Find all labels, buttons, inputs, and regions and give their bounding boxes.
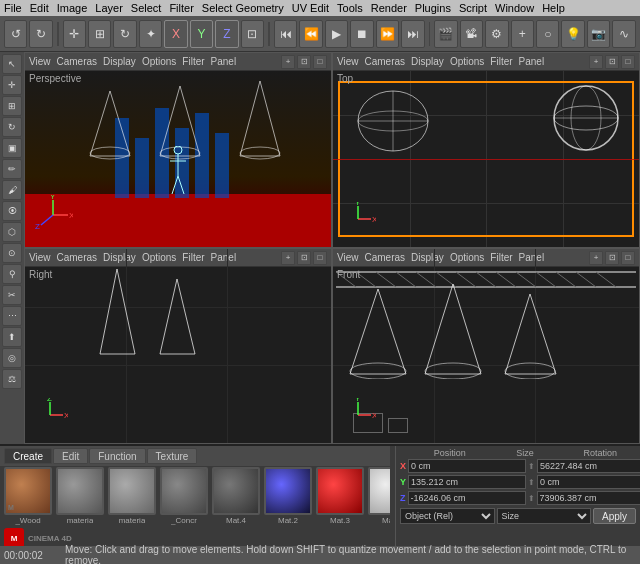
material-item-mat2-white[interactable]: Mat.2 bbox=[368, 467, 390, 525]
menu-select-geometry[interactable]: Select Geometry bbox=[202, 2, 284, 14]
vp-front-filter[interactable]: Filter bbox=[490, 252, 512, 263]
sidebar-rotate-btn[interactable]: ↻ bbox=[2, 117, 22, 137]
toolbar-move-btn[interactable]: ✛ bbox=[63, 20, 86, 48]
sidebar-move-btn[interactable]: ✛ bbox=[2, 75, 22, 95]
menu-uv-edit[interactable]: UV Edit bbox=[292, 2, 329, 14]
vp-right-ctrl-2[interactable]: ⊡ bbox=[297, 251, 311, 265]
sidebar-bridge-btn[interactable]: ⋯ bbox=[2, 306, 22, 326]
menu-layer[interactable]: Layer bbox=[95, 2, 123, 14]
toolbar-next-btn[interactable]: ⏩ bbox=[376, 20, 399, 48]
toolbar-rotate-btn[interactable]: ↻ bbox=[113, 20, 136, 48]
vp-persp-cameras[interactable]: Cameras bbox=[57, 56, 98, 67]
menu-file[interactable]: File bbox=[4, 2, 22, 14]
menu-select[interactable]: Select bbox=[131, 2, 162, 14]
material-item-mat3-red[interactable]: Mat.3 bbox=[316, 467, 364, 525]
material-swatch-2[interactable] bbox=[108, 467, 156, 515]
material-swatch-mat3-red[interactable] bbox=[316, 467, 364, 515]
toolbar-render-settings-btn[interactable]: ⚙ bbox=[485, 20, 508, 48]
pos-x-input[interactable] bbox=[408, 459, 526, 473]
vp-top-panel[interactable]: Panel bbox=[519, 56, 545, 67]
toolbar-redo-btn[interactable]: ↻ bbox=[29, 20, 52, 48]
vp-persp-panel[interactable]: Panel bbox=[211, 56, 237, 67]
vp-persp-filter[interactable]: Filter bbox=[182, 56, 204, 67]
vp-top-ctrl-3[interactable]: □ bbox=[621, 55, 635, 69]
vp-right-ctrl-3[interactable]: □ bbox=[313, 251, 327, 265]
sidebar-select-btn[interactable]: ↖ bbox=[2, 54, 22, 74]
vp-persp-options[interactable]: Options bbox=[142, 56, 176, 67]
menu-render[interactable]: Render bbox=[371, 2, 407, 14]
sidebar-pen-btn[interactable]: ✏ bbox=[2, 159, 22, 179]
viewport-perspective[interactable]: View Cameras Display Options Filter Pane… bbox=[24, 52, 332, 248]
material-item-mat4[interactable]: Mat.4 bbox=[212, 467, 260, 525]
menu-script[interactable]: Script bbox=[459, 2, 487, 14]
vp-top-display[interactable]: Display bbox=[411, 56, 444, 67]
vp-right-view[interactable]: View bbox=[29, 252, 51, 263]
toolbar-rewind-btn[interactable]: ⏮ bbox=[274, 20, 297, 48]
sidebar-magnet-btn[interactable]: ⚲ bbox=[2, 264, 22, 284]
material-swatch-concr[interactable] bbox=[160, 467, 208, 515]
material-swatch-mat2-white[interactable] bbox=[368, 467, 390, 515]
vp-front-view[interactable]: View bbox=[337, 252, 359, 263]
vp-top-ctrl-2[interactable]: ⊡ bbox=[605, 55, 619, 69]
sidebar-scale-btn[interactable]: ⊞ bbox=[2, 96, 22, 116]
vp-front-ctrl-1[interactable]: + bbox=[589, 251, 603, 265]
vp-right-cameras[interactable]: Cameras bbox=[57, 252, 98, 263]
vp-persp-ctrl-2[interactable]: ⊡ bbox=[297, 55, 311, 69]
mat-tab-create[interactable]: Create bbox=[4, 448, 52, 464]
object-mode-select[interactable]: Object (Rel) World bbox=[400, 508, 495, 524]
vp-top-filter[interactable]: Filter bbox=[490, 56, 512, 67]
sidebar-box-btn[interactable]: ▣ bbox=[2, 138, 22, 158]
menu-image[interactable]: Image bbox=[57, 2, 88, 14]
toolbar-play-btn[interactable]: ▶ bbox=[325, 20, 348, 48]
toolbar-stop-btn[interactable]: ⏹ bbox=[350, 20, 373, 48]
toolbar-render-active-btn[interactable]: 📽 bbox=[460, 20, 483, 48]
size-x-input[interactable] bbox=[537, 459, 640, 473]
vp-front-panel[interactable]: Panel bbox=[519, 252, 545, 263]
vp-persp-ctrl-1[interactable]: + bbox=[281, 55, 295, 69]
vp-persp-ctrl-3[interactable]: □ bbox=[313, 55, 327, 69]
toolbar-curve-btn[interactable]: ∿ bbox=[612, 20, 635, 48]
vp-front-ctrl-3[interactable]: □ bbox=[621, 251, 635, 265]
menu-window[interactable]: Window bbox=[495, 2, 534, 14]
toolbar-prev-btn[interactable]: ⏪ bbox=[299, 20, 322, 48]
mat-tab-texture[interactable]: Texture bbox=[147, 448, 198, 464]
toolbar-undo-btn[interactable]: ↺ bbox=[4, 20, 27, 48]
sidebar-knife-btn[interactable]: ✂ bbox=[2, 285, 22, 305]
vp-front-display[interactable]: Display bbox=[411, 252, 444, 263]
menu-edit[interactable]: Edit bbox=[30, 2, 49, 14]
vp-right-display[interactable]: Display bbox=[103, 252, 136, 263]
sidebar-paint-btn[interactable]: 🖌 bbox=[2, 180, 22, 200]
toolbar-obj-btn[interactable]: ○ bbox=[536, 20, 559, 48]
toolbar-z-btn[interactable]: Z bbox=[215, 20, 238, 48]
vp-top-cameras[interactable]: Cameras bbox=[365, 56, 406, 67]
vp-front-options[interactable]: Options bbox=[450, 252, 484, 263]
material-swatch-mat2-blue[interactable] bbox=[264, 467, 312, 515]
vp-front-ctrl-2[interactable]: ⊡ bbox=[605, 251, 619, 265]
viewport-right[interactable]: View Cameras Display Options Filter Pane… bbox=[24, 248, 332, 444]
menu-plugins[interactable]: Plugins bbox=[415, 2, 451, 14]
sidebar-extrude-btn[interactable]: ⬆ bbox=[2, 327, 22, 347]
toolbar-scale-btn[interactable]: ⊞ bbox=[88, 20, 111, 48]
size-mode-select[interactable]: Size Scale bbox=[497, 508, 592, 524]
vp-top-view[interactable]: View bbox=[337, 56, 359, 67]
menu-tools[interactable]: Tools bbox=[337, 2, 363, 14]
vp-persp-view[interactable]: View bbox=[29, 56, 51, 67]
viewport-top[interactable]: View Cameras Display Options Filter Pane… bbox=[332, 52, 640, 248]
sidebar-loop-btn[interactable]: ◎ bbox=[2, 348, 22, 368]
viewport-front[interactable]: View Cameras Display Options Filter Pane… bbox=[332, 248, 640, 444]
mat-tab-function[interactable]: Function bbox=[89, 448, 145, 464]
material-item-wood[interactable]: M _Wood bbox=[4, 467, 52, 525]
mat-tab-edit[interactable]: Edit bbox=[53, 448, 88, 464]
size-z-input[interactable] bbox=[537, 491, 641, 505]
menu-filter[interactable]: Filter bbox=[169, 2, 193, 14]
toolbar-y-btn[interactable]: Y bbox=[190, 20, 213, 48]
material-item-concr[interactable]: _Concr bbox=[160, 467, 208, 525]
toolbar-x-btn[interactable]: X bbox=[164, 20, 187, 48]
vp-front-cameras[interactable]: Cameras bbox=[365, 252, 406, 263]
pos-y-input[interactable] bbox=[408, 475, 526, 489]
toolbar-transform-btn[interactable]: ✦ bbox=[139, 20, 162, 48]
vp-right-ctrl-1[interactable]: + bbox=[281, 251, 295, 265]
vp-top-options[interactable]: Options bbox=[450, 56, 484, 67]
toolbar-add-btn[interactable]: + bbox=[511, 20, 534, 48]
material-swatch-mat4[interactable] bbox=[212, 467, 260, 515]
